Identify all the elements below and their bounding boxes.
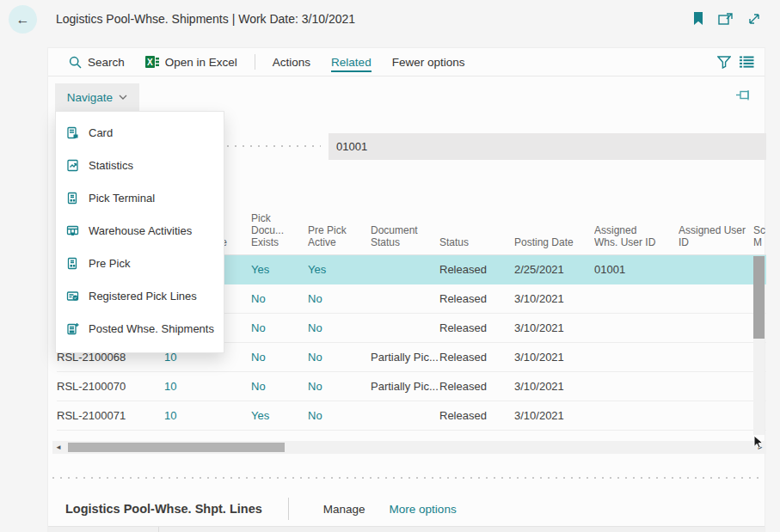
warehouse-activities-icon bbox=[66, 224, 79, 237]
page-title: Logistics Pool-Whse. Shipments | Work Da… bbox=[56, 0, 355, 38]
manage-button[interactable]: Manage bbox=[311, 503, 378, 516]
related-menu-button[interactable]: Related bbox=[321, 48, 382, 76]
header-cell-assigned-user-id[interactable]: Assigned UserID bbox=[679, 224, 753, 254]
list-view-icon[interactable] bbox=[740, 56, 754, 69]
menu-item-label: Registered Pick Lines bbox=[89, 290, 197, 303]
vertical-scroll-thumb[interactable] bbox=[753, 256, 765, 339]
topbar-icons bbox=[692, 11, 761, 26]
fewer-options-label: Fewer options bbox=[392, 56, 465, 69]
search-label: Search bbox=[88, 56, 125, 69]
excel-icon: X bbox=[145, 55, 159, 69]
more-options-button[interactable]: More options bbox=[378, 503, 469, 516]
open-in-excel-label: Open in Excel bbox=[165, 56, 237, 69]
lines-section-header: Logistics Pool-Whse. Shpt. Lines Manage … bbox=[65, 493, 469, 524]
menu-item-pre-pick[interactable]: Pre Pick bbox=[56, 247, 224, 279]
mouse-cursor bbox=[753, 435, 765, 453]
chevron-down-icon bbox=[119, 95, 127, 100]
actions-label: Actions bbox=[273, 56, 310, 69]
actionbar-right-icons bbox=[717, 56, 765, 69]
menu-item-label: Card bbox=[89, 126, 113, 139]
actions-menu-button[interactable]: Actions bbox=[262, 48, 321, 76]
open-in-excel-button[interactable]: X Open in Excel bbox=[135, 48, 248, 76]
menu-item-label: Warehouse Activities bbox=[89, 224, 192, 237]
pick-terminal-icon bbox=[66, 192, 79, 205]
header-cell-pre-pick-active[interactable]: Pre PickActive bbox=[308, 224, 371, 254]
menu-item-label: Posted Whse. Shipments bbox=[89, 322, 214, 335]
statistics-icon bbox=[66, 159, 79, 172]
lines-section-title: Logistics Pool-Whse. Shpt. Lines bbox=[65, 502, 262, 516]
card-icon bbox=[66, 126, 79, 139]
action-bar: Search X Open in Excel Actions Related F… bbox=[48, 48, 765, 76]
header-cell-document-status[interactable]: DocumentStatus bbox=[371, 224, 439, 254]
bookmark-icon[interactable] bbox=[692, 11, 704, 26]
navigate-menu: Card Statistics Pick Terminal bbox=[55, 111, 224, 353]
navigate-button[interactable]: Navigate bbox=[55, 83, 139, 111]
search-icon bbox=[69, 56, 82, 69]
horizontal-scroll-track[interactable] bbox=[64, 441, 754, 454]
menu-item-label: Pick Terminal bbox=[89, 192, 155, 205]
fewer-options-button[interactable]: Fewer options bbox=[382, 48, 476, 76]
menu-item-posted-whse-shipments[interactable]: Posted Whse. Shipments bbox=[56, 312, 224, 345]
search-button[interactable]: Search bbox=[58, 48, 135, 76]
menu-item-card[interactable]: Card bbox=[56, 116, 224, 149]
actionbar-divider bbox=[255, 54, 255, 70]
vertical-scrollbar[interactable] bbox=[753, 256, 765, 435]
lines-grid-column-divider bbox=[158, 527, 159, 532]
resize-icon[interactable] bbox=[747, 12, 761, 26]
menu-item-registered-pick-lines[interactable]: Registered Pick Lines bbox=[56, 279, 224, 312]
header-cell-posting-date[interactable]: Posting Date bbox=[514, 236, 594, 254]
page: { "colors": { "accent": "#17818b", "sele… bbox=[0, 0, 780, 532]
horizontal-scroll-thumb[interactable] bbox=[68, 443, 285, 452]
svg-text:X: X bbox=[147, 58, 153, 67]
header-cell-assigned-whs-user-id[interactable]: AssignedWhs. User ID bbox=[594, 224, 679, 254]
pre-pick-icon bbox=[66, 257, 79, 270]
back-button[interactable]: ← bbox=[9, 5, 37, 34]
menu-item-label: Pre Pick bbox=[89, 257, 130, 270]
horizontal-scrollbar[interactable]: ◄ ► bbox=[52, 441, 766, 454]
header-cell-status[interactable]: Status bbox=[439, 236, 514, 254]
table-row[interactable]: RSL-210007010 NoNo Partially Pic...Relea… bbox=[57, 372, 766, 401]
lines-section-divider bbox=[288, 498, 289, 520]
menu-item-label: Statistics bbox=[89, 159, 133, 172]
top-bar: ← Logistics Pool-Whse. Shipments | Work … bbox=[0, 0, 780, 40]
menu-item-warehouse-activities[interactable]: Warehouse Activities bbox=[56, 214, 224, 247]
menu-item-pick-terminal[interactable]: Pick Terminal bbox=[56, 181, 224, 214]
header-cell-pick-doc-exists[interactable]: PickDocu...Exists bbox=[251, 212, 308, 254]
lines-grid-header-strip bbox=[48, 526, 765, 532]
registered-pick-lines-icon bbox=[66, 290, 79, 303]
related-label: Related bbox=[331, 56, 372, 69]
shipments-list-card: Search X Open in Excel Actions Related F… bbox=[47, 47, 765, 532]
assigned-whs-user-filter-field[interactable]: 01001 bbox=[329, 133, 766, 160]
filter-icon[interactable] bbox=[717, 56, 731, 69]
table-row[interactable]: RSL-210007110 YesNo Released 3/10/2021 bbox=[57, 401, 766, 431]
pin-icon[interactable] bbox=[735, 89, 752, 101]
navigate-label: Navigate bbox=[67, 91, 113, 104]
scroll-left-arrow-icon[interactable]: ◄ bbox=[52, 443, 64, 451]
posted-whse-shipments-icon bbox=[66, 322, 79, 335]
header-cell-clipped[interactable]: ScM bbox=[753, 224, 766, 254]
menu-item-statistics[interactable]: Statistics bbox=[56, 149, 224, 181]
part-separator bbox=[52, 477, 765, 479]
open-in-new-window-icon[interactable] bbox=[718, 12, 734, 26]
